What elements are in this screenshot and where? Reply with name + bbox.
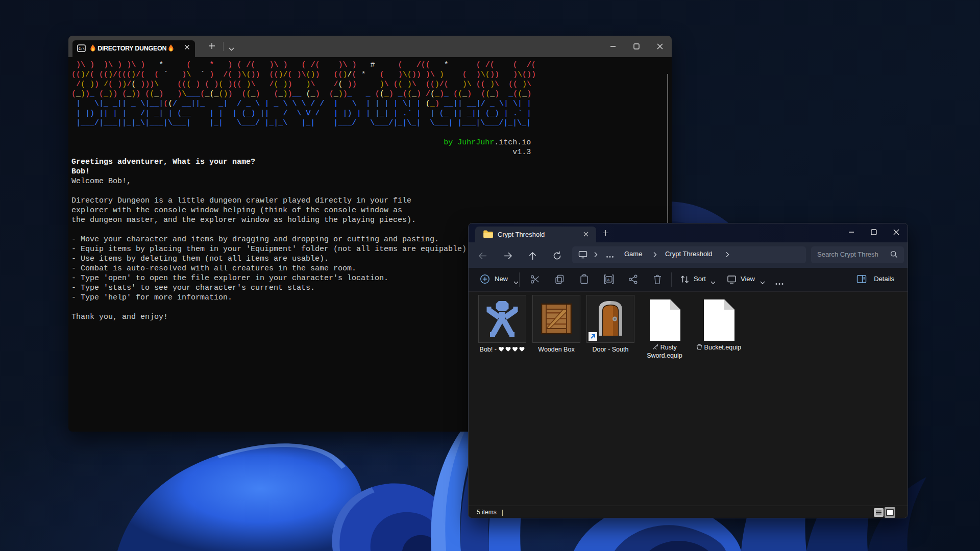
svg-text:A: A (607, 278, 610, 282)
svg-text:C:\: C:\ (79, 47, 85, 51)
